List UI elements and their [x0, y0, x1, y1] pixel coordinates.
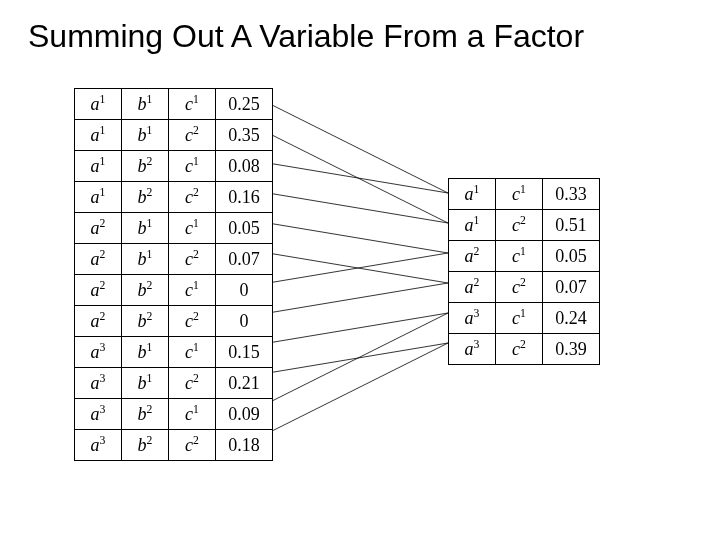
cell-a: a2	[75, 306, 122, 337]
cell-a: a2	[75, 213, 122, 244]
table-row: a2b2c10	[75, 275, 273, 306]
connector-line	[268, 163, 448, 193]
cell-c: c1	[169, 89, 216, 120]
result-factor-table: a1c10.33a1c20.51a2c10.05a2c20.07a3c10.24…	[448, 178, 600, 365]
cell-value: 0	[216, 275, 273, 306]
diagram-stage: a1b1c10.25a1b1c20.35a1b2c10.08a1b2c20.16…	[0, 0, 720, 540]
table-row: a2b2c20	[75, 306, 273, 337]
cell-a: a2	[449, 272, 496, 303]
connector-line	[268, 253, 448, 283]
connector-line	[268, 223, 448, 253]
table-row: a1b1c20.35	[75, 120, 273, 151]
cell-c: c2	[169, 120, 216, 151]
table-row: a3b2c10.09	[75, 399, 273, 430]
connector-line	[268, 343, 448, 373]
table-row: a1b1c10.25	[75, 89, 273, 120]
cell-b: b1	[122, 120, 169, 151]
cell-c: c1	[169, 213, 216, 244]
table-row: a2c10.05	[449, 241, 600, 272]
cell-value: 0.18	[216, 430, 273, 461]
cell-b: b2	[122, 275, 169, 306]
cell-b: b1	[122, 89, 169, 120]
cell-b: b2	[122, 182, 169, 213]
cell-c: c2	[169, 306, 216, 337]
cell-c: c2	[496, 272, 543, 303]
cell-c: c2	[169, 244, 216, 275]
table-row: a1c20.51	[449, 210, 600, 241]
cell-b: b2	[122, 306, 169, 337]
cell-c: c2	[169, 430, 216, 461]
table-row: a3b2c20.18	[75, 430, 273, 461]
cell-b: b2	[122, 430, 169, 461]
cell-value: 0.15	[216, 337, 273, 368]
table-row: a1b2c20.16	[75, 182, 273, 213]
cell-value: 0.07	[543, 272, 600, 303]
table-row: a1b2c10.08	[75, 151, 273, 182]
cell-a: a1	[75, 89, 122, 120]
table-row: a1c10.33	[449, 179, 600, 210]
cell-value: 0.39	[543, 334, 600, 365]
cell-value: 0	[216, 306, 273, 337]
cell-a: a3	[75, 399, 122, 430]
cell-c: c1	[169, 151, 216, 182]
connector-line	[268, 253, 448, 283]
cell-value: 0.35	[216, 120, 273, 151]
connector-line	[268, 313, 448, 343]
cell-c: c1	[496, 241, 543, 272]
cell-c: c2	[169, 368, 216, 399]
cell-value: 0.08	[216, 151, 273, 182]
cell-b: b1	[122, 244, 169, 275]
cell-c: c2	[496, 210, 543, 241]
cell-a: a1	[449, 210, 496, 241]
cell-c: c1	[169, 399, 216, 430]
table-row: a2b1c10.05	[75, 213, 273, 244]
cell-value: 0.24	[543, 303, 600, 334]
cell-value: 0.25	[216, 89, 273, 120]
cell-c: c2	[169, 182, 216, 213]
cell-a: a3	[75, 430, 122, 461]
cell-value: 0.51	[543, 210, 600, 241]
table-row: a3c20.39	[449, 334, 600, 365]
cell-value: 0.33	[543, 179, 600, 210]
connector-line	[268, 313, 448, 403]
cell-c: c1	[496, 303, 543, 334]
connector-line	[268, 193, 448, 223]
table-row: a2c20.07	[449, 272, 600, 303]
connector-line	[268, 103, 448, 193]
cell-value: 0.07	[216, 244, 273, 275]
table-row: a3c10.24	[449, 303, 600, 334]
cell-value: 0.05	[216, 213, 273, 244]
cell-a: a3	[75, 337, 122, 368]
cell-a: a2	[75, 275, 122, 306]
cell-c: c1	[169, 275, 216, 306]
cell-a: a3	[449, 303, 496, 334]
cell-a: a2	[75, 244, 122, 275]
cell-a: a1	[75, 151, 122, 182]
cell-c: c1	[496, 179, 543, 210]
cell-c: c2	[496, 334, 543, 365]
connector-line	[268, 343, 448, 433]
cell-b: b2	[122, 399, 169, 430]
cell-c: c1	[169, 337, 216, 368]
cell-a: a3	[449, 334, 496, 365]
cell-a: a3	[75, 368, 122, 399]
connector-line	[268, 283, 448, 313]
cell-b: b1	[122, 337, 169, 368]
cell-value: 0.05	[543, 241, 600, 272]
cell-a: a1	[75, 120, 122, 151]
connector-line	[268, 133, 448, 223]
cell-value: 0.21	[216, 368, 273, 399]
table-row: a3b1c10.15	[75, 337, 273, 368]
cell-b: b1	[122, 213, 169, 244]
table-row: a2b1c20.07	[75, 244, 273, 275]
table-row: a3b1c20.21	[75, 368, 273, 399]
cell-value: 0.16	[216, 182, 273, 213]
cell-a: a1	[75, 182, 122, 213]
cell-a: a2	[449, 241, 496, 272]
cell-value: 0.09	[216, 399, 273, 430]
cell-a: a1	[449, 179, 496, 210]
cell-b: b2	[122, 151, 169, 182]
source-factor-table: a1b1c10.25a1b1c20.35a1b2c10.08a1b2c20.16…	[74, 88, 273, 461]
cell-b: b1	[122, 368, 169, 399]
